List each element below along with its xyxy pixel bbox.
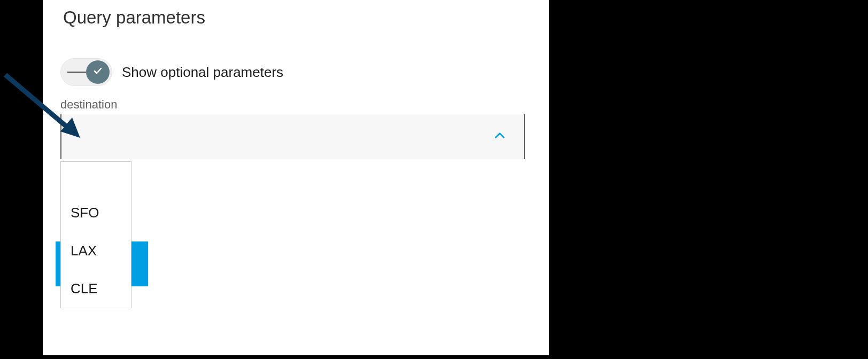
section-heading: Query parameters (63, 7, 205, 28)
svg-marker-1 (60, 118, 80, 138)
dropdown-option-lax[interactable]: LAX (61, 232, 131, 270)
dropdown-option-cle[interactable]: CLE (61, 270, 131, 308)
query-panel: Query parameters Show optional parameter… (43, 0, 549, 355)
toggle-label: Show optional parameters (122, 64, 283, 81)
destination-select[interactable] (60, 114, 525, 159)
destination-dropdown: SFO LAX CLE (60, 161, 131, 308)
annotation-arrow-icon (0, 69, 107, 162)
svg-line-0 (5, 75, 75, 134)
highlight-bar-right (131, 241, 148, 286)
chevron-up-icon (493, 129, 507, 145)
dropdown-option-sfo[interactable]: SFO (61, 194, 131, 232)
